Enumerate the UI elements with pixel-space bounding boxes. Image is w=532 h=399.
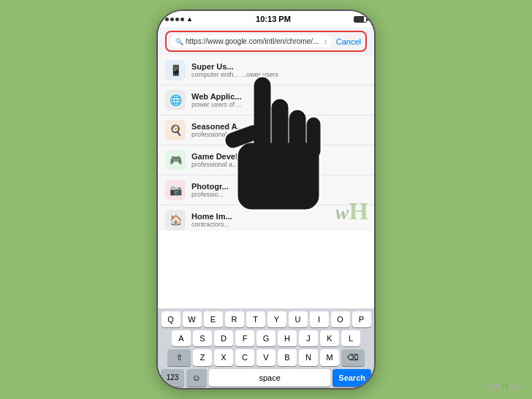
keyboard-row-1: Q W E R T Y U I O P <box>159 311 373 327</box>
key-L[interactable]: L <box>341 330 360 346</box>
url-bar[interactable]: 🔍 https://www.google.com/intl/en/chrome/… <box>165 31 367 52</box>
cancel-button[interactable]: Cancel <box>336 37 361 46</box>
keyboard-row-2: A S D F G H J K L <box>159 330 373 346</box>
signal-dots <box>165 18 184 21</box>
numeric-key[interactable]: 123 <box>161 369 184 387</box>
keyboard: Q W E R T Y U I O P A S D F G H J K <box>158 308 374 388</box>
wikihow-corner: wikiHow <box>485 381 520 392</box>
shift-key[interactable]: ⇧ <box>167 349 191 366</box>
url-text: https://www.google.com/intl/en/chrome/..… <box>186 37 322 45</box>
key-E[interactable]: E <box>204 311 223 327</box>
key-T[interactable]: T <box>246 311 265 327</box>
delete-key[interactable]: ⌫ <box>341 349 365 366</box>
battery-fill <box>354 17 364 22</box>
key-D[interactable]: D <box>214 330 233 346</box>
dot1 <box>165 18 169 21</box>
key-G[interactable]: G <box>256 330 276 346</box>
emoji-key[interactable]: ☺ <box>186 369 207 387</box>
key-H[interactable]: H <box>278 330 297 346</box>
dot3 <box>175 18 179 21</box>
key-B[interactable]: B <box>278 349 297 366</box>
keyboard-row-3: ⇧ Z X C V B N M ⌫ <box>159 349 373 366</box>
search-button[interactable]: Search <box>332 369 371 387</box>
key-X[interactable]: X <box>214 349 233 366</box>
key-Q[interactable]: Q <box>162 311 180 327</box>
phone-frame: ▲ 10:13 PM 🔍 https://www.google.com/intl… <box>156 10 376 390</box>
key-Y[interactable]: Y <box>267 311 286 327</box>
status-left: ▲ <box>165 15 193 23</box>
battery-icon <box>354 16 367 23</box>
key-C[interactable]: C <box>235 349 254 366</box>
key-Z[interactable]: Z <box>193 349 212 366</box>
content-area: 📱 Super Us... computer enth... ...ower u… <box>158 56 374 231</box>
status-bar: ▲ 10:13 PM <box>158 11 374 27</box>
status-time: 10:13 PM <box>256 15 291 23</box>
key-U[interactable]: U <box>289 311 308 327</box>
key-V[interactable]: V <box>256 349 276 366</box>
search-icon: 🔍 <box>175 38 183 45</box>
key-M[interactable]: M <box>320 349 339 366</box>
wikihow-watermark: wH <box>335 197 368 225</box>
status-right <box>354 16 367 23</box>
dot4 <box>180 18 184 21</box>
key-J[interactable]: J <box>299 330 318 346</box>
key-F[interactable]: F <box>235 330 254 346</box>
keyboard-bottom-row: 123 ☺ space Search <box>159 369 373 387</box>
key-R[interactable]: R <box>225 311 244 327</box>
url-input[interactable]: 🔍 https://www.google.com/intl/en/chrome/… <box>171 35 332 48</box>
dot2 <box>170 18 174 21</box>
key-O[interactable]: O <box>331 311 350 327</box>
key-A[interactable]: A <box>172 330 191 346</box>
wifi-icon: ▲ <box>186 15 193 23</box>
space-key[interactable]: space <box>209 369 330 387</box>
reload-icon[interactable]: ↕ <box>324 37 327 45</box>
key-I[interactable]: I <box>310 311 329 327</box>
key-W[interactable]: W <box>183 311 202 327</box>
key-N[interactable]: N <box>299 349 318 366</box>
key-K[interactable]: K <box>320 330 339 346</box>
key-S[interactable]: S <box>193 330 212 346</box>
key-P[interactable]: P <box>352 311 371 327</box>
